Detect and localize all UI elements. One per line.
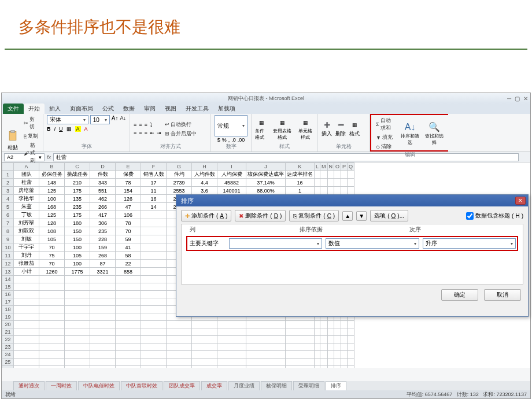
cell[interactable] (320, 179, 328, 187)
cell[interactable] (286, 351, 315, 359)
cell[interactable]: 88.00% (246, 187, 286, 195)
row-header[interactable]: 12 (2, 260, 14, 268)
ok-button[interactable]: 确定 (441, 289, 478, 301)
cell[interactable] (116, 366, 141, 368)
cell[interactable] (14, 298, 39, 306)
cell[interactable] (65, 336, 90, 343)
cell[interactable] (286, 359, 315, 366)
cell[interactable] (90, 276, 116, 283)
format-painter-button[interactable]: 🖌格式刷 (23, 141, 39, 165)
tab-review[interactable]: 审阅 (139, 104, 160, 114)
bold-button[interactable]: B (47, 126, 51, 132)
orientation-icon[interactable]: ⤵ (150, 122, 153, 128)
cell[interactable] (334, 179, 341, 187)
cell[interactable]: 达成率排名 (286, 171, 315, 179)
cell[interactable] (65, 328, 90, 336)
cell[interactable] (141, 227, 167, 235)
cell[interactable] (246, 328, 286, 336)
cell[interactable]: 87 (90, 260, 116, 268)
cell[interactable] (334, 351, 341, 359)
cell[interactable] (167, 321, 192, 328)
cell[interactable] (116, 343, 141, 351)
cell[interactable]: 150 (65, 227, 90, 235)
formula-input[interactable]: 杜蕾 (53, 153, 519, 161)
cell[interactable] (141, 252, 167, 260)
cell[interactable] (334, 336, 341, 343)
cell[interactable] (246, 343, 286, 351)
dec-decimal-icon[interactable]: .00 (238, 137, 245, 143)
cell[interactable] (90, 321, 116, 328)
cell[interactable]: 108 (39, 227, 65, 235)
cell[interactable] (116, 351, 141, 359)
col-header[interactable]: K (286, 163, 315, 171)
autosum-button[interactable]: Σ自动求和 (375, 116, 396, 132)
cell[interactable] (14, 359, 39, 366)
cell[interactable] (327, 366, 334, 368)
cell[interactable]: 1775 (65, 268, 90, 276)
cell[interactable]: 78 (116, 219, 141, 227)
cell[interactable]: 1260 (39, 268, 65, 276)
cell[interactable] (341, 366, 348, 368)
cell[interactable] (334, 343, 341, 351)
row-header[interactable]: 14 (2, 276, 14, 283)
cell[interactable] (315, 343, 320, 351)
cell[interactable] (348, 187, 354, 195)
cell[interactable] (65, 306, 90, 313)
cell[interactable] (286, 366, 315, 368)
tab-layout[interactable]: 页面布局 (65, 104, 98, 114)
cell[interactable]: 268 (90, 252, 116, 260)
row-header[interactable]: 10 (2, 243, 14, 252)
cell[interactable] (246, 359, 286, 366)
col-header[interactable]: M (320, 163, 328, 171)
cell[interactable] (327, 359, 334, 366)
cell[interactable] (217, 336, 246, 343)
cell[interactable] (334, 359, 341, 366)
cell[interactable] (39, 336, 65, 343)
cell[interactable]: 保费 (116, 171, 141, 179)
underline-button[interactable]: U (59, 126, 63, 132)
cond-format-button[interactable]: ▦条件格式 (255, 118, 268, 141)
col-header[interactable]: B (39, 163, 65, 171)
cell[interactable]: 17 (141, 179, 167, 187)
row-header[interactable]: 20 (2, 321, 14, 328)
cell[interactable]: 杜蕾 (14, 179, 39, 187)
cell[interactable] (327, 336, 334, 343)
tab-addins[interactable]: 加载项 (213, 104, 240, 114)
cell[interactable] (327, 328, 334, 336)
cell[interactable]: 150 (65, 235, 90, 243)
cell[interactable]: 59 (116, 235, 141, 243)
row-header[interactable]: 15 (2, 283, 14, 291)
cell[interactable]: 140001 (217, 187, 246, 195)
cell[interactable] (192, 366, 217, 368)
cell[interactable] (90, 351, 116, 359)
inc-decimal-icon[interactable]: .0 (231, 137, 236, 143)
cell[interactable] (341, 351, 348, 359)
cell[interactable]: 件均 (167, 171, 192, 179)
row-header[interactable]: 24 (2, 351, 14, 359)
cell[interactable]: 件数 (90, 171, 116, 179)
cell[interactable] (315, 321, 320, 328)
cell[interactable] (39, 343, 65, 351)
row-header[interactable]: 4 (2, 195, 14, 203)
cell[interactable] (141, 243, 167, 252)
wrap-text-button[interactable]: ↩自动换行 (164, 120, 198, 129)
cell[interactable] (39, 321, 65, 328)
sheet-tab[interactable]: 核保明细 (261, 381, 292, 390)
cell[interactable]: 3321 (90, 268, 116, 276)
italic-button[interactable]: I (54, 126, 56, 132)
cell[interactable]: 70 (116, 227, 141, 235)
row-header[interactable]: 13 (2, 268, 14, 276)
cell[interactable] (217, 321, 246, 328)
close-icon[interactable]: ✕ (523, 95, 528, 102)
cell[interactable]: 必保任务 (39, 171, 65, 179)
cell[interactable] (246, 336, 286, 343)
cell[interactable]: 1 (286, 187, 315, 195)
cell[interactable]: 159 (90, 243, 116, 252)
cell[interactable] (90, 328, 116, 336)
row-header[interactable]: 23 (2, 343, 14, 351)
col-header[interactable]: I (217, 163, 246, 171)
align-middle-icon[interactable]: ≡ (139, 122, 142, 128)
cell[interactable] (39, 328, 65, 336)
cell[interactable] (116, 321, 141, 328)
col-header[interactable]: D (90, 163, 116, 171)
